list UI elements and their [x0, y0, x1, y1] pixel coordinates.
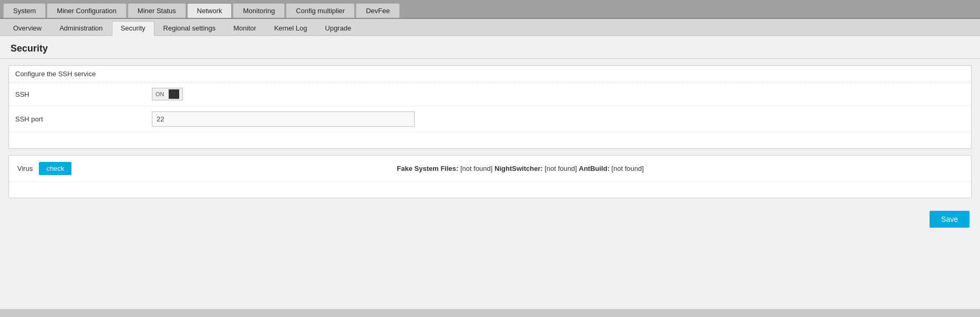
- ssh-section-header: Configure the SSH service: [9, 66, 971, 83]
- night-switcher-val: [not found]: [544, 165, 576, 172]
- antbuild-val: [not found]: [612, 165, 644, 172]
- virus-row: Virus check Fake System Files: [not foun…: [9, 156, 971, 182]
- fake-system-files-label: Fake System Files:: [397, 165, 458, 172]
- subtab-security[interactable]: Security: [112, 21, 154, 36]
- main-content: Security Configure the SSH service SSH O…: [0, 36, 980, 309]
- tab-miner-configuration[interactable]: Miner Configuration: [47, 3, 126, 18]
- fake-system-files-val: [not found]: [460, 165, 492, 172]
- ssh-toggle-row: SSH ON: [9, 83, 971, 106]
- ssh-section: Configure the SSH service SSH ON SSH por…: [8, 65, 972, 149]
- top-tab-bar: System Miner Configuration Miner Status …: [0, 0, 980, 19]
- subtab-upgrade[interactable]: Upgrade: [316, 21, 360, 35]
- subtab-overview[interactable]: Overview: [4, 21, 50, 35]
- subtab-administration[interactable]: Administration: [50, 21, 111, 35]
- night-switcher-label2: NightSwitcher:: [494, 165, 543, 172]
- tab-config-multiplier[interactable]: Config multiplier: [286, 3, 355, 18]
- virus-status: Fake System Files: [not found] NightSwit…: [78, 165, 963, 172]
- sub-tab-bar: Overview Administration Security Regiona…: [0, 19, 980, 36]
- subtab-kernel-log[interactable]: Kernel Log: [265, 21, 316, 35]
- tab-monitoring[interactable]: Monitoring: [233, 3, 285, 18]
- virus-label: Virus: [17, 165, 33, 172]
- tab-devfee[interactable]: DevFee: [356, 3, 400, 18]
- virus-section: Virus check Fake System Files: [not foun…: [8, 155, 972, 198]
- ssh-toggle-control: ON: [152, 88, 965, 100]
- ssh-port-label: SSH port: [15, 115, 152, 123]
- subtab-regional-settings[interactable]: Regional settings: [154, 21, 225, 35]
- save-bar: Save: [0, 204, 980, 234]
- page-header: Security: [0, 36, 980, 59]
- virus-check-button[interactable]: check: [39, 162, 71, 175]
- ssh-padding-row: [9, 132, 971, 148]
- virus-padding-row: [9, 182, 971, 198]
- tab-system[interactable]: System: [3, 3, 46, 18]
- tab-miner-status[interactable]: Miner Status: [128, 3, 186, 18]
- tab-network[interactable]: Network: [187, 3, 232, 18]
- antbuild-label2: AntBuild:: [579, 165, 610, 172]
- toggle-indicator: [169, 89, 179, 99]
- ssh-port-row: SSH port: [9, 106, 971, 132]
- subtab-monitor[interactable]: Monitor: [224, 21, 265, 35]
- save-button[interactable]: Save: [930, 211, 969, 228]
- ssh-port-input[interactable]: [152, 111, 415, 127]
- ssh-label: SSH: [15, 90, 152, 98]
- ssh-toggle[interactable]: ON: [152, 88, 183, 100]
- ssh-port-control: [152, 111, 965, 127]
- toggle-on-label: ON: [153, 91, 167, 97]
- page-title: Security: [11, 43, 969, 54]
